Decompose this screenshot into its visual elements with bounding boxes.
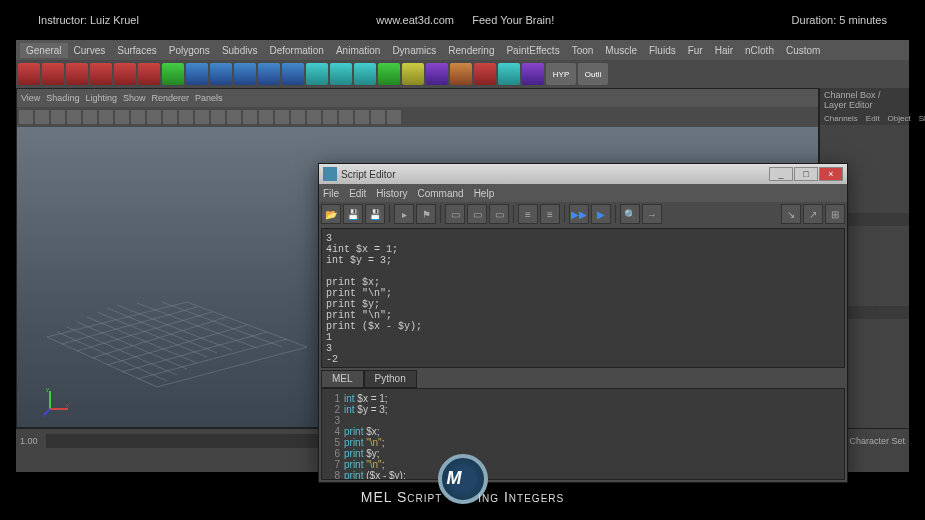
vp-icon-12[interactable] <box>211 110 225 124</box>
vp-icon-17[interactable] <box>291 110 305 124</box>
vp-icon-5[interactable] <box>99 110 113 124</box>
vp-icon-6[interactable] <box>115 110 129 124</box>
shelf-icon-5[interactable] <box>138 63 160 85</box>
script-input[interactable]: 1int $x = 1;2int $y = 3;34print $x;5prin… <box>321 388 845 480</box>
se-menu-history[interactable]: History <box>376 188 407 199</box>
se-menu-command[interactable]: Command <box>417 188 463 199</box>
shelf-icon-11[interactable] <box>282 63 304 85</box>
shelf-tab-fur[interactable]: Fur <box>682 43 709 58</box>
tool-1-button[interactable]: ↘ <box>781 204 801 224</box>
vp-icon-8[interactable] <box>147 110 161 124</box>
shelf-icon-20[interactable] <box>498 63 520 85</box>
vp-menu-panels[interactable]: Panels <box>195 93 223 103</box>
minimize-button[interactable]: _ <box>769 167 793 181</box>
flag-button[interactable]: ⚑ <box>416 204 436 224</box>
tool-3-button[interactable]: ⊞ <box>825 204 845 224</box>
vp-icon-1[interactable] <box>35 110 49 124</box>
se-menu-edit[interactable]: Edit <box>349 188 366 199</box>
shelf-icon-9[interactable] <box>234 63 256 85</box>
history-button[interactable]: ≡ <box>518 204 538 224</box>
shelf-icon-7[interactable] <box>186 63 208 85</box>
vp-icon-13[interactable] <box>227 110 241 124</box>
cb-tab-edit[interactable]: Edit <box>862 112 884 125</box>
shelf-icon-19[interactable] <box>474 63 496 85</box>
shelf-icon-3[interactable] <box>90 63 112 85</box>
se-menu-file[interactable]: File <box>323 188 339 199</box>
close-button[interactable]: × <box>819 167 843 181</box>
shelf-icon-4[interactable] <box>114 63 136 85</box>
save-button[interactable]: 💾 <box>343 204 363 224</box>
vp-icon-3[interactable] <box>67 110 81 124</box>
clear-input-button[interactable]: ▭ <box>467 204 487 224</box>
shelf-tab-painteffects[interactable]: PaintEffects <box>500 43 565 58</box>
vp-icon-22[interactable] <box>371 110 385 124</box>
shelf-tab-custom[interactable]: Custom <box>780 43 826 58</box>
source-button[interactable]: ▸ <box>394 204 414 224</box>
echo-button[interactable]: ≡ <box>540 204 560 224</box>
shelf-icon-6[interactable] <box>162 63 184 85</box>
search-button[interactable]: 🔍 <box>620 204 640 224</box>
shelf-tab-muscle[interactable]: Muscle <box>599 43 643 58</box>
shelf-icon-14[interactable] <box>354 63 376 85</box>
vp-icon-0[interactable] <box>19 110 33 124</box>
cb-tab-show[interactable]: Show <box>915 112 925 125</box>
shelf-icon-21[interactable] <box>522 63 544 85</box>
vp-icon-21[interactable] <box>355 110 369 124</box>
vp-menu-shading[interactable]: Shading <box>46 93 79 103</box>
vp-icon-18[interactable] <box>307 110 321 124</box>
shelf-tab-polygons[interactable]: Polygons <box>163 43 216 58</box>
cb-tab-object[interactable]: Object <box>884 112 915 125</box>
vp-menu-view[interactable]: View <box>21 93 40 103</box>
vp-menu-renderer[interactable]: Renderer <box>151 93 189 103</box>
shelf-icon-18[interactable] <box>450 63 472 85</box>
vp-icon-11[interactable] <box>195 110 209 124</box>
shelf-tab-hair[interactable]: Hair <box>709 43 739 58</box>
vp-icon-2[interactable] <box>51 110 65 124</box>
shelf-icon-1[interactable] <box>42 63 64 85</box>
vp-icon-9[interactable] <box>163 110 177 124</box>
open-button[interactable]: 📂 <box>321 204 341 224</box>
cb-tab-channels[interactable]: Channels <box>820 112 862 125</box>
vp-menu-lighting[interactable]: Lighting <box>85 93 117 103</box>
shelf-icon-8[interactable] <box>210 63 232 85</box>
shelf-tab-curves[interactable]: Curves <box>68 43 112 58</box>
se-menu-help[interactable]: Help <box>474 188 495 199</box>
shelf-icon-2[interactable] <box>66 63 88 85</box>
hypershade-button[interactable]: HYP <box>546 63 576 85</box>
script-editor-titlebar[interactable]: Script Editor _ □ × <box>319 164 847 184</box>
script-tab-python[interactable]: Python <box>364 370 417 388</box>
clear-button[interactable]: ▭ <box>445 204 465 224</box>
vp-icon-23[interactable] <box>387 110 401 124</box>
vp-icon-10[interactable] <box>179 110 193 124</box>
execute-button[interactable]: ▶▶ <box>569 204 589 224</box>
outliner-button[interactable]: Outli <box>578 63 608 85</box>
script-tab-mel[interactable]: MEL <box>321 370 364 388</box>
save-script-button[interactable]: 💾 <box>365 204 385 224</box>
vp-icon-20[interactable] <box>339 110 353 124</box>
shelf-icon-0[interactable] <box>18 63 40 85</box>
shelf-tab-toon[interactable]: Toon <box>566 43 600 58</box>
execute-all-button[interactable]: ▶ <box>591 204 611 224</box>
vp-icon-16[interactable] <box>275 110 289 124</box>
vp-menu-show[interactable]: Show <box>123 93 146 103</box>
shelf-tab-dynamics[interactable]: Dynamics <box>386 43 442 58</box>
clear-all-button[interactable]: ▭ <box>489 204 509 224</box>
shelf-tab-ncloth[interactable]: nCloth <box>739 43 780 58</box>
script-output[interactable]: 3 4int $x = 1; int $y = 3; print $x; pri… <box>321 228 845 368</box>
shelf-icon-15[interactable] <box>378 63 400 85</box>
shelf-tab-general[interactable]: General <box>20 43 68 58</box>
shelf-tab-fluids[interactable]: Fluids <box>643 43 682 58</box>
shelf-tab-subdivs[interactable]: Subdivs <box>216 43 264 58</box>
shelf-tab-animation[interactable]: Animation <box>330 43 386 58</box>
vp-icon-15[interactable] <box>259 110 273 124</box>
vp-icon-7[interactable] <box>131 110 145 124</box>
shelf-tab-rendering[interactable]: Rendering <box>442 43 500 58</box>
shelf-icon-13[interactable] <box>330 63 352 85</box>
shelf-tab-deformation[interactable]: Deformation <box>263 43 329 58</box>
vp-icon-14[interactable] <box>243 110 257 124</box>
vp-icon-4[interactable] <box>83 110 97 124</box>
goto-button[interactable]: → <box>642 204 662 224</box>
tool-2-button[interactable]: ↗ <box>803 204 823 224</box>
shelf-icon-17[interactable] <box>426 63 448 85</box>
vp-icon-19[interactable] <box>323 110 337 124</box>
